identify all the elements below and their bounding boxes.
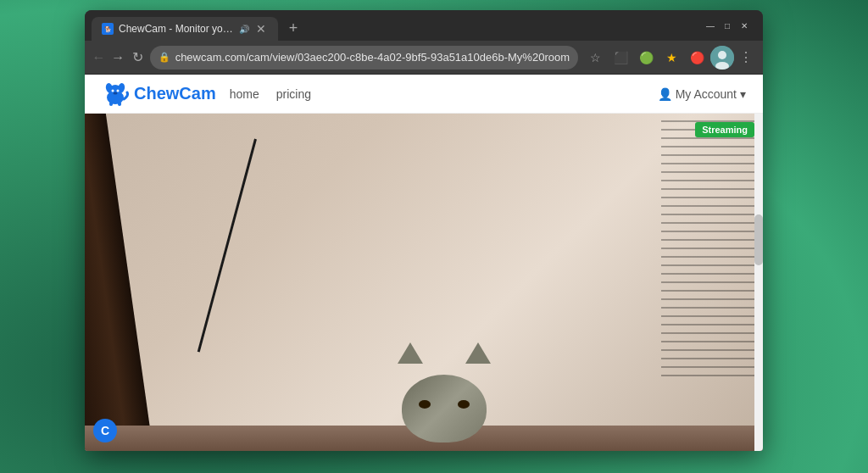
camera-refresh-button[interactable]: C	[93, 419, 117, 442]
account-person-icon: 👤	[658, 87, 672, 101]
header-left: ChewCam home pricing	[102, 81, 311, 108]
extensions-icon[interactable]: 🟢	[634, 46, 658, 70]
svg-point-11	[114, 92, 118, 94]
record-icon[interactable]: 🔴	[685, 46, 709, 70]
browser-window: 🐕 ChewCam - Monitor your pe 🔊 ✕ + — □ ✕ …	[85, 10, 763, 451]
video-area: Streaming C	[85, 114, 763, 451]
minimize-button[interactable]: —	[705, 20, 715, 31]
close-button[interactable]: ✕	[739, 20, 749, 31]
tab-title: ChewCam - Monitor your pe	[119, 23, 234, 35]
svg-rect-12	[109, 102, 113, 106]
profile-avatar[interactable]	[710, 46, 734, 70]
url-text: chewcam.com/cam/view/03aec200-c8be-4a02-…	[175, 51, 570, 64]
account-caret-icon: ▾	[740, 87, 746, 101]
nav-link-pricing[interactable]: pricing	[276, 87, 311, 101]
navigation-bar: ← → ↻ 🔒 chewcam.com/cam/view/03aec200-c8…	[85, 41, 763, 75]
tab-close-button[interactable]: ✕	[254, 22, 268, 36]
tab-bar: 🐕 ChewCam - Monitor your pe 🔊 ✕ +	[92, 10, 695, 41]
site-header: ChewCam home pricing 👤 My Account ▾	[85, 75, 763, 114]
cat-head	[402, 375, 487, 442]
site-nav: home pricing	[230, 87, 311, 101]
star-icon[interactable]: ★	[659, 46, 683, 70]
page-content: ChewCam home pricing 👤 My Account ▾	[85, 75, 763, 451]
back-button[interactable]: ←	[92, 46, 106, 70]
nav-link-home[interactable]: home	[230, 87, 259, 101]
svg-rect-13	[118, 102, 121, 106]
cat-face	[393, 358, 495, 442]
my-account-button[interactable]: 👤 My Account ▾	[658, 87, 746, 101]
camera-scene: Streaming C	[85, 114, 763, 451]
title-bar: 🐕 ChewCam - Monitor your pe 🔊 ✕ + — □ ✕	[85, 10, 763, 41]
forward-button[interactable]: →	[111, 46, 125, 70]
svg-point-10	[117, 89, 120, 92]
bookmark-icon[interactable]: ☆	[583, 46, 607, 70]
address-bar[interactable]: 🔒 chewcam.com/cam/view/03aec200-c8be-4a0…	[150, 46, 578, 70]
tab-favicon-icon: 🐕	[102, 23, 114, 35]
svg-point-9	[112, 89, 114, 92]
site-logo[interactable]: ChewCam	[102, 81, 216, 108]
maximize-button[interactable]: □	[722, 20, 732, 31]
cat-ear-left	[398, 342, 423, 364]
logo-text: ChewCam	[134, 84, 216, 103]
tab-audio-icon[interactable]: 🔊	[239, 25, 249, 34]
nav-actions: ☆ ⬛ 🟢 ★ 🔴 ⋮	[583, 46, 756, 70]
cat-eye-right	[458, 400, 470, 409]
lock-icon: 🔒	[159, 52, 170, 63]
page-scrollbar[interactable]	[754, 114, 763, 451]
account-label: My Account	[676, 87, 737, 101]
scene-right-dark	[661, 114, 763, 383]
new-tab-button[interactable]: +	[281, 16, 305, 40]
browser-menu-button[interactable]: ⋮	[736, 46, 756, 69]
cat-ear-right	[465, 342, 491, 364]
streaming-badge: Streaming	[695, 122, 754, 137]
svg-point-3	[718, 51, 726, 59]
scrollbar-thumb[interactable]	[754, 214, 763, 265]
cat-eye-left	[419, 400, 431, 409]
refresh-button[interactable]: ↻	[131, 46, 145, 70]
browser-tab-active[interactable]: 🐕 ChewCam - Monitor your pe 🔊 ✕	[92, 17, 278, 41]
svg-text:🐕: 🐕	[104, 25, 112, 33]
window-controls: — □ ✕	[698, 10, 756, 41]
cast-icon[interactable]: ⬛	[609, 46, 632, 70]
